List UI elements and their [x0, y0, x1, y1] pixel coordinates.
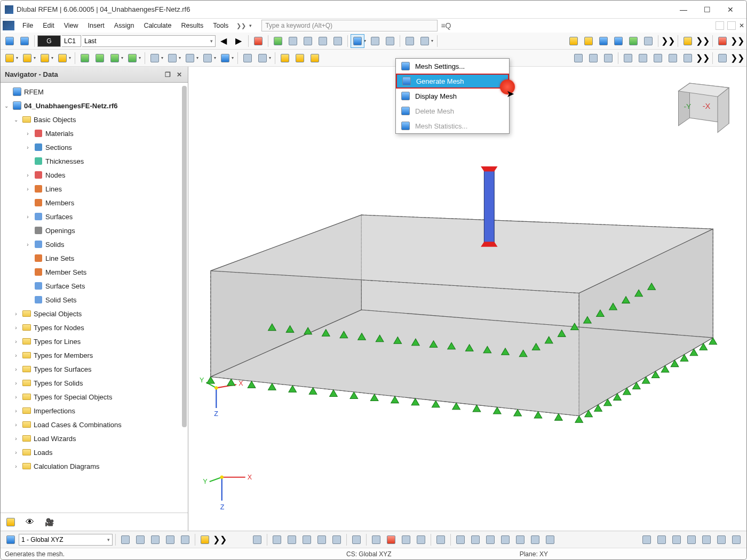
menu-tools[interactable]: Tools [208, 20, 233, 31]
mdi-minimize-button[interactable] [716, 21, 724, 30]
tree-folder[interactable]: › Loads [1, 445, 188, 459]
toolbar-button[interactable] [256, 51, 269, 65]
toolbar-button[interactable] [286, 34, 300, 48]
mesh-dropdown-button[interactable] [351, 34, 364, 48]
toolbar-button[interactable] [293, 51, 307, 65]
menu-view[interactable]: View [59, 20, 83, 31]
toolbar-button[interactable] [251, 34, 265, 48]
toolbar-button[interactable] [369, 533, 383, 547]
toolbar-button[interactable] [78, 51, 92, 65]
toolbar-button[interactable] [641, 34, 655, 48]
toolbar-button[interactable] [418, 34, 432, 48]
toolbar-button[interactable] [543, 533, 557, 547]
toolbar-button[interactable] [681, 34, 695, 48]
close-button[interactable]: ✕ [719, 2, 742, 18]
search-q-icon[interactable]: ≡Q [441, 21, 451, 30]
toolbar-button[interactable] [183, 51, 197, 65]
toolbar-button[interactable] [586, 51, 600, 65]
toolbar-button[interactable] [148, 51, 162, 65]
tree-file[interactable]: ⌄04_UnabhaengesFE-Netz.rf6 [1, 99, 188, 113]
model-viewport[interactable]: X Y Z X Y Z -X -Y [188, 67, 746, 531]
toolbar-button[interactable] [368, 34, 382, 48]
toolbar-button[interactable] [597, 34, 610, 48]
toolbar-button[interactable] [636, 51, 650, 65]
toolbar-button[interactable] [125, 51, 139, 65]
toolbar-button[interactable] [582, 34, 595, 48]
toolbar-button[interactable] [349, 533, 363, 547]
toolbar-button[interactable] [285, 533, 299, 547]
toolbar-button[interactable] [93, 51, 107, 65]
navigator-tree[interactable]: RFEM ⌄04_UnabhaengesFE-Netz.rf6 ⌄Basic O… [1, 83, 188, 513]
tree-item[interactable]: Member Sets [1, 265, 188, 279]
lc-next-button[interactable]: ▶ [232, 34, 245, 48]
tree-folder[interactable]: › Types for Nodes [1, 321, 188, 334]
tree-folder[interactable]: › Types for Solids [1, 376, 188, 390]
toolbar-button[interactable] [626, 34, 640, 48]
toolbar-overflow-icon[interactable]: ❯❯ [696, 53, 710, 63]
toolbar-button[interactable] [38, 51, 52, 65]
toolbar-button[interactable] [528, 533, 542, 547]
toolbar-button[interactable] [108, 51, 122, 65]
toolbar-button[interactable] [399, 533, 413, 547]
menu-assign[interactable]: Assign [109, 20, 139, 31]
toolbar-button[interactable] [250, 533, 264, 547]
toolbar-button[interactable] [331, 34, 345, 48]
menu-results[interactable]: Results [177, 20, 209, 31]
toolbar-button[interactable] [384, 533, 398, 547]
toolbar-button[interactable] [651, 51, 665, 65]
menu-insert[interactable]: Insert [83, 20, 109, 31]
tree-root[interactable]: RFEM [1, 85, 188, 99]
tree-item[interactable]: › Nodes [1, 168, 188, 182]
tree-item[interactable]: Solid Sets [1, 293, 188, 307]
toolbar-button[interactable] [55, 51, 69, 65]
toolbar-button[interactable] [300, 533, 314, 547]
toolbar-overflow-icon[interactable]: ❯❯ [696, 36, 710, 46]
toolbar-button[interactable] [567, 34, 581, 48]
toolbar-button[interactable] [714, 533, 728, 547]
toolbar-button[interactable] [666, 51, 680, 65]
toolbar-overflow-icon[interactable]: ❯❯ [661, 36, 675, 46]
menu-edit[interactable]: Edit [38, 20, 59, 31]
toolbar-button[interactable] [681, 51, 695, 65]
tree-basic-objects[interactable]: ⌄Basic Objects [1, 113, 188, 126]
toolbar-overflow-icon[interactable]: ❯❯ [730, 36, 744, 46]
view-cube[interactable]: -X -Y [673, 72, 740, 139]
toolbar-button[interactable] [316, 34, 330, 48]
toolbar-button[interactable] [218, 51, 232, 65]
lc-prev-button[interactable]: ◀ [217, 34, 231, 48]
tree-folder[interactable]: › Load Wizards [1, 431, 188, 445]
nav-tab-data[interactable] [4, 515, 18, 529]
toolbar-button[interactable] [434, 533, 448, 547]
toolbar-button[interactable] [308, 51, 322, 65]
toolbar-button[interactable] [468, 533, 482, 547]
menu-dropdown-icon[interactable]: ▾ [249, 23, 252, 28]
toolbar-button[interactable] [3, 34, 17, 48]
lc-name-combo[interactable]: Last▾ [82, 35, 216, 47]
toolbar-button[interactable] [601, 51, 615, 65]
toolbar-button[interactable] [330, 533, 344, 547]
toolbar-button[interactable] [640, 533, 654, 547]
tree-item[interactable]: › Solids [1, 237, 188, 251]
menu-calculate[interactable]: Calculate [139, 20, 176, 31]
toolbar-button[interactable] [670, 533, 684, 547]
tree-folder[interactable]: › Imperfections [1, 404, 188, 418]
minimize-button[interactable]: — [672, 2, 695, 18]
lc-code-box[interactable]: G [37, 35, 61, 47]
search-input[interactable]: Type a keyword (Alt+Q) [261, 20, 438, 31]
toolbar-button[interactable] [163, 533, 177, 547]
toolbar-button[interactable] [4, 533, 18, 547]
toolbar-button[interactable] [403, 34, 417, 48]
toolbar-button[interactable] [454, 533, 467, 547]
toolbar-button[interactable] [483, 533, 497, 547]
toolbar-button[interactable] [165, 51, 179, 65]
tree-folder[interactable]: › Types for Lines [1, 334, 188, 348]
toolbar-button[interactable] [278, 51, 292, 65]
toolbar-button[interactable] [498, 533, 512, 547]
toolbar-button[interactable] [270, 533, 284, 547]
nav-tab-display[interactable]: 👁 [23, 515, 37, 529]
toolbar-button[interactable] [178, 533, 192, 547]
toolbar-button[interactable] [611, 34, 625, 48]
tree-folder[interactable]: › Types for Surfaces [1, 362, 188, 376]
toolbar-button[interactable] [621, 51, 635, 65]
tree-folder[interactable]: › Types for Special Objects [1, 390, 188, 404]
